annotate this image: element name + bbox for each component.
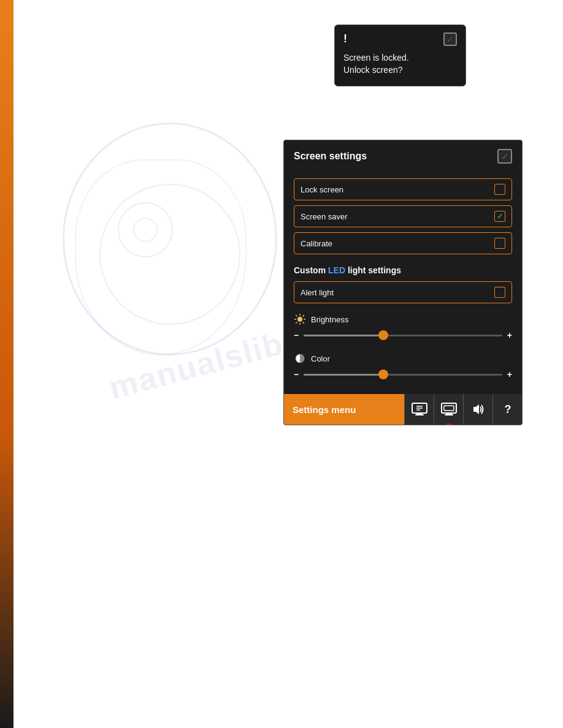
svg-rect-17 bbox=[446, 413, 452, 414]
led-blue-text: LED bbox=[328, 265, 345, 275]
watermark-body-shape bbox=[75, 159, 247, 355]
toolbar-help-btn[interactable]: ? bbox=[492, 394, 522, 425]
dialog-confirm-checkbox[interactable]: ✓ bbox=[443, 32, 457, 46]
calibrate-row[interactable]: Calibrate bbox=[294, 232, 512, 254]
dialog-checkbox-check-icon: ✓ bbox=[446, 34, 454, 44]
brightness-slider-fill bbox=[304, 335, 383, 336]
brightness-slider-thumb[interactable] bbox=[378, 330, 388, 340]
calibrate-checkbox[interactable] bbox=[494, 238, 505, 249]
svg-point-0 bbox=[297, 317, 302, 322]
color-icon bbox=[294, 352, 306, 365]
brightness-section: Brightness − + bbox=[294, 313, 512, 340]
settings-close-button[interactable]: ✓ bbox=[497, 149, 512, 164]
color-slider-fill bbox=[304, 374, 383, 376]
svg-text:?: ? bbox=[504, 403, 511, 415]
alert-light-checkbox[interactable] bbox=[494, 287, 505, 298]
settings-content: Lock screen Screen saver ✓ Calibrate Cus… bbox=[284, 172, 522, 394]
dialog-header: ! ✓ bbox=[343, 32, 457, 46]
color-label-text: Color bbox=[311, 354, 330, 363]
left-bar bbox=[0, 0, 13, 728]
lock-screen-label: Lock screen bbox=[301, 185, 343, 194]
brightness-decrease-button[interactable]: − bbox=[294, 330, 299, 340]
calibrate-label: Calibrate bbox=[301, 239, 332, 248]
svg-rect-12 bbox=[415, 414, 424, 415]
brightness-label-row: Brightness bbox=[294, 313, 512, 325]
brightness-slider-row: − + bbox=[294, 330, 512, 340]
screen-saver-check-icon: ✓ bbox=[497, 212, 503, 221]
lock-screen-checkbox[interactable] bbox=[494, 184, 505, 195]
red-dot-indicator bbox=[445, 423, 453, 425]
led-section-title: Custom LED light settings bbox=[294, 265, 512, 275]
svg-marker-20 bbox=[473, 404, 479, 414]
svg-line-8 bbox=[296, 322, 297, 324]
color-slider-thumb[interactable] bbox=[378, 370, 388, 379]
color-section: Color − + bbox=[294, 352, 512, 379]
volume-icon bbox=[470, 403, 486, 416]
color-increase-button[interactable]: + bbox=[507, 370, 512, 379]
monitor-icon-2 bbox=[441, 403, 457, 416]
svg-line-7 bbox=[303, 315, 304, 316]
brightness-increase-button[interactable]: + bbox=[507, 330, 512, 340]
alert-light-label: Alert light bbox=[301, 288, 334, 297]
brightness-label-text: Brightness bbox=[311, 315, 348, 324]
color-decrease-button[interactable]: − bbox=[294, 370, 299, 379]
brightness-slider-track[interactable] bbox=[304, 335, 502, 336]
toolbar-monitor-btn-2[interactable] bbox=[434, 394, 463, 425]
screen-settings-panel: Screen settings ✓ Lock screen Screen sav… bbox=[283, 140, 523, 425]
monitor-icon-1 bbox=[412, 403, 427, 416]
help-icon: ? bbox=[500, 403, 516, 416]
exclamation-icon: ! bbox=[343, 32, 347, 45]
svg-rect-11 bbox=[416, 413, 423, 414]
svg-rect-19 bbox=[444, 406, 454, 411]
toolbar-label: Settings menu bbox=[284, 404, 404, 415]
toolbar-volume-btn[interactable] bbox=[463, 394, 492, 425]
settings-close-check-icon: ✓ bbox=[502, 152, 508, 161]
settings-toolbar: Settings menu bbox=[284, 394, 522, 425]
unlock-dialog: ! ✓ Screen is locked.Unlock screen? bbox=[334, 25, 466, 86]
toolbar-monitor-btn-1[interactable] bbox=[404, 394, 434, 425]
svg-line-5 bbox=[296, 315, 297, 316]
dialog-message: Screen is locked.Unlock screen? bbox=[343, 52, 457, 76]
svg-line-6 bbox=[303, 322, 304, 324]
color-label-row: Color bbox=[294, 352, 512, 365]
brightness-icon bbox=[294, 313, 306, 325]
settings-panel-header: Screen settings ✓ bbox=[284, 140, 522, 172]
settings-panel-title: Screen settings bbox=[294, 151, 367, 162]
color-slider-track[interactable] bbox=[304, 374, 502, 376]
alert-light-row[interactable]: Alert light bbox=[294, 281, 512, 303]
screen-saver-row[interactable]: Screen saver ✓ bbox=[294, 205, 512, 227]
watermark-tiny-circle bbox=[133, 218, 158, 242]
lock-screen-row[interactable]: Lock screen bbox=[294, 178, 512, 200]
screen-saver-label: Screen saver bbox=[301, 212, 348, 221]
color-slider-row: − + bbox=[294, 370, 512, 379]
svg-rect-18 bbox=[445, 414, 453, 415]
watermark-area: manualslib.com bbox=[13, 0, 289, 728]
screen-saver-checkbox[interactable]: ✓ bbox=[494, 211, 505, 222]
